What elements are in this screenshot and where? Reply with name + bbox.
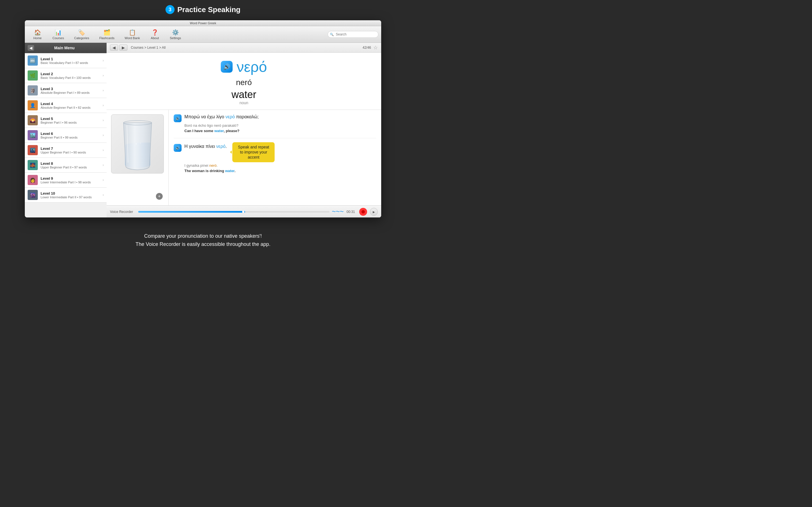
sentence1-greek: Μπορώ να έχω λίγο νερό παρακαλώ; xyxy=(185,114,259,120)
word-display: 🔊 νερό neró water noun xyxy=(107,53,381,217)
sidebar-item-level3[interactable]: 🗿 Level 3 Absolute Beginner Part I • 89 … xyxy=(25,83,107,98)
level10-text: Level 10 Lower Intermediate Part II • 97… xyxy=(41,191,100,199)
toolbar: 🏠 Home 📊 Courses 🏷️ Categories 🗂️ Flashc… xyxy=(25,26,381,43)
recorder-label: Voice Recorder xyxy=(110,210,135,214)
level3-title: Level 3 xyxy=(41,87,100,91)
level4-subtitle: Absolute Beginner Part II • 82 words xyxy=(41,106,100,109)
favorite-button[interactable]: ☆ xyxy=(371,45,378,51)
flashcards-icon: 🗂️ xyxy=(103,29,110,36)
level7-arrow: › xyxy=(103,148,104,152)
sidebar-item-level6[interactable]: 🏙️ Level 6 Beginner Part II • 99 words › xyxy=(25,128,107,143)
sidebar-item-level4[interactable]: 👤 Level 4 Absolute Beginner Part II • 82… xyxy=(25,98,107,113)
sentence-block-2: 🔊 Η γυναίκα πίνει νερό. Speak and repeat… xyxy=(174,144,376,178)
sentence2-speak-button[interactable]: 🔊 xyxy=(174,144,182,152)
glass-svg xyxy=(115,117,160,171)
level5-thumb: 🌄 xyxy=(28,115,38,125)
level6-thumb: 🏙️ xyxy=(28,130,38,140)
sidebar-item-level9[interactable]: 👩 Level 9 Lower Intermediate Part I • 98… xyxy=(25,173,107,187)
word-pos: noun xyxy=(118,101,370,105)
right-panel: ◀ ▶ Courses > Level 1 > All 42/46 ☆ 🔊 νε… xyxy=(107,43,381,217)
toolbar-courses-label: Courses xyxy=(52,36,64,40)
level8-arrow: › xyxy=(103,163,104,167)
progress-bar-fill xyxy=(138,211,243,213)
toolbar-categories[interactable]: 🏷️ Categories xyxy=(69,28,94,41)
word-english: water xyxy=(118,89,370,101)
level8-thumb: 🌉 xyxy=(28,160,38,170)
sentence1-speak-button[interactable]: 🔊 xyxy=(174,114,182,122)
word-greek: νερό xyxy=(237,58,267,75)
record-inner-dot xyxy=(361,210,365,214)
toolbar-settings[interactable]: ⚙️ Settings xyxy=(165,28,186,41)
sentence2-greek-row: 🔊 Η γυναίκα πίνει νερό. Speak and repeat… xyxy=(174,144,376,162)
level1-text: Level 1 Basic Vocabulary Part I • 87 wor… xyxy=(41,57,100,64)
sentence1-english: Can I have some water, please? xyxy=(174,129,376,133)
level5-title: Level 5 xyxy=(41,117,100,121)
toolbar-about[interactable]: ❓ About xyxy=(145,28,165,41)
window-titlebar: Word Power Greek xyxy=(25,20,381,26)
word-card: 🔊 νερό neró water noun xyxy=(107,53,381,110)
play-button[interactable]: ▶ xyxy=(370,208,378,216)
level8-subtitle: Upper Beginner Part II • 97 words xyxy=(41,166,100,169)
image-panel: + xyxy=(107,110,168,205)
bottom-text: Compare your pronunciation to our native… xyxy=(0,232,406,248)
sentence2-greek: Η γυναίκα πίνει νερό. xyxy=(185,144,227,150)
image-expand-button[interactable]: + xyxy=(156,193,163,200)
word-speak-button[interactable]: 🔊 xyxy=(221,61,233,73)
toolbar-courses[interactable]: 📊 Courses xyxy=(47,28,69,41)
main-content: ◀ Main Menu 🔤 Level 1 Basic Vocabulary P… xyxy=(25,43,381,217)
level1-subtitle: Basic Vocabulary Part I • 87 words xyxy=(41,61,100,64)
next-arrow[interactable]: ▶ xyxy=(119,45,128,51)
word-image xyxy=(111,114,164,173)
sentence-block-1: 🔊 Μπορώ να έχω λίγο νερό παρακαλώ; Boró … xyxy=(174,114,376,138)
recorder-progress: 〜〜〜 xyxy=(138,209,344,214)
toolbar-search xyxy=(327,31,378,38)
breadcrumb: Courses > Level 1 > All xyxy=(128,46,363,50)
sidebar-back-arrow[interactable]: ◀ xyxy=(28,45,34,51)
speaker-waves-icon: 〜〜〜 xyxy=(332,209,344,214)
app-window: Word Power Greek 🏠 Home 📊 Courses 🏷️ Cat… xyxy=(25,20,381,217)
sidebar-item-level1[interactable]: 🔤 Level 1 Basic Vocabulary Part I • 87 w… xyxy=(25,53,107,68)
level10-subtitle: Lower Intermediate Part II • 97 words xyxy=(41,195,100,199)
level7-title: Level 7 xyxy=(41,147,100,151)
level6-subtitle: Beginner Part II • 99 words xyxy=(41,136,100,139)
level6-arrow: › xyxy=(103,133,104,137)
word-transliteration: neró xyxy=(118,78,370,87)
level3-text: Level 3 Absolute Beginner Part I • 89 wo… xyxy=(41,87,100,94)
level9-subtitle: Lower Intermediate Part I • 98 words xyxy=(41,180,100,184)
toolbar-home[interactable]: 🏠 Home xyxy=(28,28,47,41)
settings-icon: ⚙️ xyxy=(172,29,179,36)
toolbar-wordbank[interactable]: 📋 Word Bank xyxy=(119,28,145,41)
level10-thumb: 🌆 xyxy=(28,190,38,200)
tooltip-bubble: Speak and repeat to improve your accent xyxy=(232,142,274,162)
toolbar-flashcards[interactable]: 🗂️ Flashcards xyxy=(94,28,119,41)
level5-subtitle: Beginner Part I • 96 words xyxy=(41,121,100,124)
right-nav: ◀ ▶ Courses > Level 1 > All 42/46 ☆ xyxy=(107,43,381,53)
sidebar-item-level5[interactable]: 🌄 Level 5 Beginner Part I • 96 words › xyxy=(25,113,107,128)
level4-text: Level 4 Absolute Beginner Part II • 82 w… xyxy=(41,102,100,109)
level5-text: Level 5 Beginner Part I • 96 words xyxy=(41,117,100,124)
sidebar-item-level8[interactable]: 🌉 Level 8 Upper Beginner Part II • 97 wo… xyxy=(25,158,107,173)
window-title: Word Power Greek xyxy=(190,21,216,25)
toolbar-home-label: Home xyxy=(33,36,42,40)
prev-arrow[interactable]: ◀ xyxy=(110,45,118,51)
nav-arrows: ◀ ▶ xyxy=(110,45,128,51)
level7-subtitle: Upper Beginner Part I • 90 words xyxy=(41,151,100,154)
sidebar-item-level2[interactable]: 🌿 Level 2 Basic Vocabulary Part II • 100… xyxy=(25,68,107,83)
toolbar-settings-label: Settings xyxy=(170,36,181,40)
sentence1-transliteration: Boró na écho ligo neró parakaló? xyxy=(174,123,376,128)
level8-title: Level 8 xyxy=(41,161,100,166)
record-button[interactable] xyxy=(359,208,367,216)
level2-text: Level 2 Basic Vocabulary Part II • 100 w… xyxy=(41,72,100,79)
level10-arrow: › xyxy=(103,193,104,197)
counter: 42/46 xyxy=(363,46,371,50)
progress-bar[interactable] xyxy=(138,211,329,213)
svg-point-1 xyxy=(136,144,137,145)
sidebar-item-level10[interactable]: 🌆 Level 10 Lower Intermediate Part II • … xyxy=(25,187,107,203)
search-input[interactable] xyxy=(327,31,378,38)
sidebar-item-level7[interactable]: 🌃 Level 7 Upper Beginner Part I • 90 wor… xyxy=(25,143,107,158)
level7-text: Level 7 Upper Beginner Part I • 90 words xyxy=(41,147,100,154)
sentence1-english-highlight: water xyxy=(214,129,223,133)
level2-thumb: 🌿 xyxy=(28,70,38,80)
progress-thumb xyxy=(242,211,245,213)
about-icon: ❓ xyxy=(151,29,158,36)
